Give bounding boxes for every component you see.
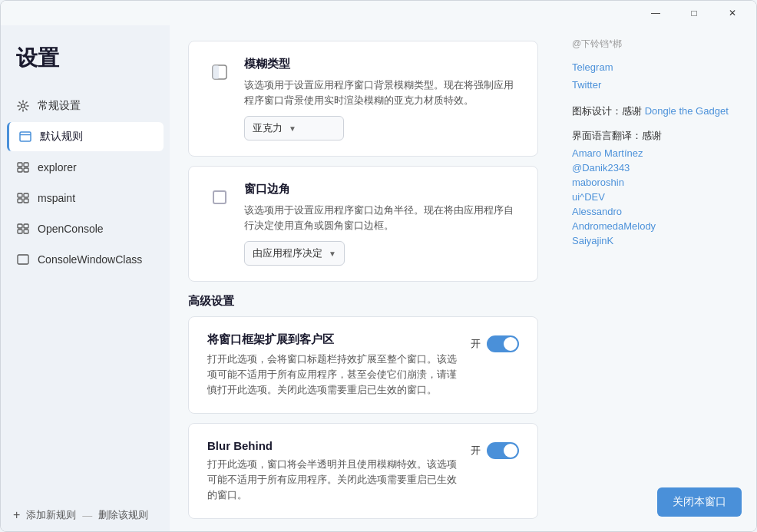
translator-0[interactable]: Amaro Martínez bbox=[572, 146, 741, 160]
window-corners-select-value: 由应用程序决定 bbox=[253, 246, 322, 260]
translator-3[interactable]: ui^DEV bbox=[572, 190, 741, 204]
grid-icon-openconsole bbox=[16, 222, 30, 236]
svg-rect-15 bbox=[18, 255, 28, 264]
sidebar-item-consolewindowclass[interactable]: ConsoleWindowClass bbox=[7, 245, 164, 274]
sidebar-item-openconsole-label: OpenConsole bbox=[38, 223, 104, 235]
translator-6[interactable]: SaiyajinK bbox=[572, 233, 741, 248]
svg-rect-6 bbox=[24, 168, 28, 172]
sidebar-item-openconsole[interactable]: OpenConsole bbox=[7, 214, 164, 243]
add-icon: + bbox=[13, 508, 20, 522]
telegram-link[interactable]: Telegram bbox=[572, 58, 741, 76]
window-corners-icon bbox=[207, 185, 232, 210]
extend-frame-toggle-area: 开 bbox=[471, 335, 519, 352]
svg-rect-11 bbox=[18, 224, 22, 228]
minimize-button[interactable]: — bbox=[638, 2, 673, 25]
svg-rect-8 bbox=[24, 193, 28, 197]
blur-type-title: 模糊类型 bbox=[244, 57, 519, 71]
blur-behind-toggle-area: 开 bbox=[471, 442, 519, 459]
translation-credit-prefix: 界面语言翻译：感谢 bbox=[572, 130, 662, 141]
extend-frame-toggle[interactable] bbox=[487, 335, 519, 352]
app-body: 设置 常规设置 bbox=[1, 25, 756, 531]
blur-behind-desc: 打开此选项，窗口将会半透明并且使用模糊特效。该选项可能不适用于所有应用程序。关闭… bbox=[207, 457, 461, 503]
blur-type-icon bbox=[207, 60, 232, 84]
chevron-down-icon: ▼ bbox=[289, 124, 296, 133]
extend-frame-label-area: 将窗口框架扩展到客户区 打开此选项，会将窗口标题栏持效扩展至整个窗口。该选项可能… bbox=[207, 332, 461, 398]
grid-icon-mspaint bbox=[16, 191, 30, 205]
sidebar-item-mspaint[interactable]: mspaint bbox=[7, 183, 164, 213]
svg-rect-12 bbox=[24, 224, 28, 228]
blur-type-card: 模糊类型 该选项用于设置应用程序窗口背景模糊类型。现在将强制应用程序窗口背景使用… bbox=[188, 41, 538, 157]
blur-behind-state-label: 开 bbox=[471, 444, 481, 458]
settings-window: — □ ✕ 设置 常规设置 bbox=[0, 0, 757, 532]
extend-frame-row: 将窗口框架扩展到客户区 打开此选项，会将窗口标题栏持效扩展至整个窗口。该选项可能… bbox=[207, 332, 519, 398]
window-icon bbox=[18, 130, 32, 144]
svg-rect-10 bbox=[24, 199, 28, 203]
blur-type-select-value: 亚克力 bbox=[253, 121, 283, 135]
icon-credit-section: 图标设计：感谢 Dongle the Gadget bbox=[572, 104, 741, 118]
svg-rect-1 bbox=[20, 132, 31, 141]
panel-handle: @下铃铛*梆 bbox=[572, 38, 741, 51]
svg-rect-5 bbox=[18, 168, 22, 172]
sidebar-footer: + 添加新规则 — 删除该规则 bbox=[1, 499, 170, 531]
twitter-link[interactable]: Twitter bbox=[572, 76, 741, 94]
extend-frame-state-label: 开 bbox=[471, 337, 481, 351]
window-corners-row: 窗口边角 该选项用于设置应用程序窗口边角半径。现在将由应用程序自行决定使用直角或… bbox=[207, 182, 519, 266]
checkbox-icon bbox=[213, 190, 226, 204]
blur-behind-title: Blur Behind bbox=[207, 439, 461, 452]
svg-rect-7 bbox=[18, 193, 22, 197]
extend-frame-title: 将窗口框架扩展到客户区 bbox=[207, 332, 461, 347]
maximize-button[interactable]: □ bbox=[676, 2, 712, 25]
page-title: 设置 bbox=[1, 25, 170, 88]
close-window-button[interactable]: ✕ bbox=[715, 2, 750, 25]
gear-icon bbox=[16, 99, 30, 113]
grid-icon-explorer bbox=[16, 160, 30, 174]
window-corners-card: 窗口边角 该选项用于设置应用程序窗口边角半径。现在将由应用程序自行决定使用直角或… bbox=[188, 166, 538, 282]
blur-type-control: 亚克力 ▼ bbox=[244, 116, 519, 140]
translator-5[interactable]: AndromedaMelody bbox=[572, 219, 741, 233]
translation-credit-section: 界面语言翻译：感谢 bbox=[572, 129, 741, 143]
right-panel: @下铃铛*梆 Telegram Twitter 图标设计：感谢 Dongle t… bbox=[557, 25, 756, 531]
sidebar-item-default-rules-label: 默认规则 bbox=[40, 130, 83, 144]
blur-type-row: 模糊类型 该选项用于设置应用程序窗口背景模糊类型。现在将强制应用程序窗口背景使用… bbox=[207, 57, 519, 140]
svg-rect-14 bbox=[24, 230, 28, 233]
window-corners-desc: 该选项用于设置应用程序窗口边角半径。现在将由应用程序自行决定使用直角或圆角窗口边… bbox=[244, 203, 519, 233]
window-corners-content: 窗口边角 该选项用于设置应用程序窗口边角半径。现在将由应用程序自行决定使用直角或… bbox=[244, 182, 519, 266]
titlebar: — □ ✕ bbox=[1, 1, 756, 25]
svg-rect-13 bbox=[18, 230, 22, 233]
translator-4[interactable]: Alessandro bbox=[572, 204, 741, 219]
svg-rect-4 bbox=[24, 163, 28, 167]
sidebar-item-general-label: 常规设置 bbox=[38, 99, 81, 113]
translator-1[interactable]: @Danik2343 bbox=[572, 160, 741, 175]
blur-type-desc: 该选项用于设置应用程序窗口背景模糊类型。现在将强制应用程序窗口背景使用实时渲染模… bbox=[244, 78, 519, 108]
svg-point-0 bbox=[21, 104, 25, 108]
blur-type-select[interactable]: 亚克力 ▼ bbox=[244, 116, 344, 140]
grid-icon-consolewindowclass bbox=[16, 253, 30, 266]
add-rule-label[interactable]: 添加新规则 bbox=[26, 508, 76, 522]
svg-rect-17 bbox=[213, 65, 219, 79]
blur-behind-toggle[interactable] bbox=[487, 442, 519, 459]
extend-frame-card: 将窗口框架扩展到客户区 打开此选项，会将窗口标题栏持效扩展至整个窗口。该选项可能… bbox=[188, 316, 538, 414]
translator-2[interactable]: maboroshin bbox=[572, 175, 741, 190]
sidebar-item-general[interactable]: 常规设置 bbox=[7, 91, 164, 121]
window-corners-title: 窗口边角 bbox=[244, 182, 519, 197]
window-corners-control: 由应用程序决定 ▼ bbox=[244, 241, 519, 266]
advanced-section-title: 高级设置 bbox=[188, 294, 538, 309]
blur-behind-card: Blur Behind 打开此选项，窗口将会半透明并且使用模糊特效。该选项可能不… bbox=[188, 423, 538, 519]
sidebar-nav: 常规设置 默认规则 bbox=[1, 88, 170, 499]
delete-rule-label[interactable]: 删除该规则 bbox=[98, 508, 148, 522]
sidebar-item-explorer[interactable]: explorer bbox=[7, 153, 164, 182]
footer-separator: — bbox=[82, 510, 92, 521]
close-window-btn[interactable]: 关闭本窗口 bbox=[657, 487, 742, 517]
blur-type-content: 模糊类型 该选项用于设置应用程序窗口背景模糊类型。现在将强制应用程序窗口背景使用… bbox=[244, 57, 519, 140]
sidebar-item-default-rules[interactable]: 默认规则 bbox=[7, 122, 164, 151]
window-corners-select[interactable]: 由应用程序决定 ▼ bbox=[244, 241, 345, 266]
blur-behind-label-area: Blur Behind 打开此选项，窗口将会半透明并且使用模糊特效。该选项可能不… bbox=[207, 439, 461, 503]
svg-rect-3 bbox=[18, 163, 22, 167]
chevron-down-icon-2: ▼ bbox=[329, 249, 336, 258]
icon-credit-name[interactable]: Dongle the Gadget bbox=[645, 104, 729, 118]
sidebar-item-explorer-label: explorer bbox=[38, 161, 77, 173]
svg-rect-9 bbox=[18, 199, 22, 203]
content-area: 模糊类型 该选项用于设置应用程序窗口背景模糊类型。现在将强制应用程序窗口背景使用… bbox=[170, 25, 557, 531]
extend-frame-desc: 打开此选项，会将窗口标题栏持效扩展至整个窗口。该选项可能不适用于所有应用程序，甚… bbox=[207, 352, 461, 398]
icon-credit-prefix: 图标设计：感谢 bbox=[572, 105, 642, 117]
